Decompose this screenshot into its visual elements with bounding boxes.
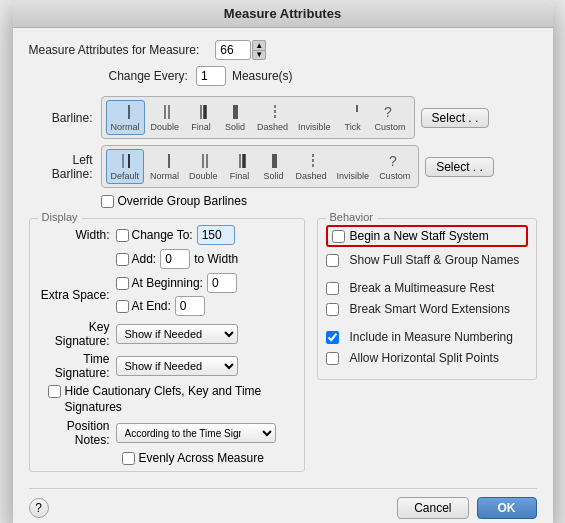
time-sig-select[interactable]: Show if Needed Always Show Never Show: [116, 356, 238, 376]
cancel-button[interactable]: Cancel: [397, 497, 468, 519]
evenly-label[interactable]: Evenly Across Measure: [139, 451, 264, 465]
extra-space-label: Extra Space:: [38, 288, 116, 302]
measures-suffix: Measure(s): [232, 69, 293, 83]
override-label[interactable]: Override Group Barlines: [118, 194, 247, 208]
pos-notes-label: Position Notes:: [38, 419, 116, 447]
evenly-checkbox[interactable]: [122, 452, 135, 465]
at-beginning-label[interactable]: At Beginning:: [132, 276, 203, 290]
break-multimeasure-item: Break a Multimeasure Rest: [326, 281, 528, 297]
at-end-checkbox[interactable]: [116, 300, 129, 313]
svg-rect-16: [272, 154, 277, 168]
break-smart-word-label[interactable]: Break Smart Word Extensions: [350, 302, 511, 318]
left-barline-final[interactable]: Final: [224, 150, 256, 183]
barline-dashed[interactable]: Dashed: [253, 101, 292, 134]
hide-cautionary-checkbox[interactable]: [48, 385, 61, 398]
at-end-label[interactable]: At End:: [132, 299, 171, 313]
at-beginning-input[interactable]: [207, 273, 237, 293]
barline-double[interactable]: Double: [147, 101, 184, 134]
left-barline-invisible[interactable]: Invisible: [333, 150, 374, 183]
allow-horizontal-item: Allow Horizontal Split Points: [326, 351, 528, 367]
begin-staff-checkbox[interactable]: [332, 230, 345, 243]
change-to-input[interactable]: [197, 225, 235, 245]
left-barline-custom[interactable]: ? Custom: [375, 150, 414, 183]
change-every-label: Change Every:: [109, 69, 188, 83]
include-in-measure-label[interactable]: Include in Measure Numbering: [350, 330, 513, 346]
at-beginning-checkbox[interactable]: [116, 277, 129, 290]
left-barline-solid[interactable]: Solid: [258, 150, 290, 183]
left-barline-default[interactable]: Default: [106, 149, 145, 184]
behavior-section: Behavior Begin a New Staff System Show F…: [317, 218, 537, 380]
add-input[interactable]: [160, 249, 190, 269]
break-smart-word-checkbox[interactable]: [326, 303, 339, 316]
at-end-input[interactable]: [175, 296, 205, 316]
barline-final[interactable]: Final: [185, 101, 217, 134]
svg-rect-5: [233, 105, 238, 119]
barline-selector: Normal Double Final Solid: [101, 96, 415, 139]
behavior-label: Behavior: [326, 211, 377, 223]
add-checkbox[interactable]: [116, 253, 129, 266]
key-sig-select[interactable]: Show if Needed Always Show Never Show: [116, 324, 238, 344]
break-multimeasure-checkbox[interactable]: [326, 282, 339, 295]
to-width-label: to Width: [194, 252, 238, 266]
change-every-input[interactable]: [196, 66, 226, 86]
begin-staff-box: Begin a New Staff System: [326, 225, 528, 247]
barline-select-button[interactable]: Select . .: [421, 108, 490, 128]
time-sig-label: Time Signature:: [38, 352, 116, 380]
left-barline-selector: Default Normal Double Final: [101, 145, 420, 188]
left-barline-label: Left Barline:: [29, 153, 101, 181]
left-barline-dashed[interactable]: Dashed: [292, 150, 331, 183]
display-section: Display Width: Change To: Add: to Width: [29, 218, 305, 472]
barline-invisible[interactable]: Invisible: [294, 101, 335, 134]
show-full-staff-checkbox[interactable]: [326, 254, 339, 267]
width-label: Width:: [38, 228, 116, 242]
key-sig-label: Key Signature:: [38, 320, 116, 348]
allow-horizontal-checkbox[interactable]: [326, 352, 339, 365]
dialog-title: Measure Attributes: [13, 0, 553, 28]
svg-text:?: ?: [384, 104, 392, 120]
measure-number-up[interactable]: ▲: [252, 40, 266, 50]
change-to-checkbox[interactable]: [116, 229, 129, 242]
show-full-staff-item: Show Full Staff & Group Names: [326, 253, 528, 269]
show-full-staff-label[interactable]: Show Full Staff & Group Names: [350, 253, 520, 269]
break-multimeasure-label[interactable]: Break a Multimeasure Rest: [350, 281, 495, 297]
allow-horizontal-label[interactable]: Allow Horizontal Split Points: [350, 351, 499, 367]
left-barline-double[interactable]: Double: [185, 150, 222, 183]
include-in-measure-checkbox[interactable]: [326, 331, 339, 344]
display-label: Display: [38, 211, 82, 223]
measure-attributes-dialog: Measure Attributes Measure Attributes fo…: [13, 0, 553, 523]
help-button[interactable]: ?: [29, 498, 49, 518]
pos-notes-select[interactable]: According to the Time Signature Evenly A…: [116, 423, 276, 443]
bottom-bar: ? Cancel OK: [29, 488, 537, 519]
override-checkbox[interactable]: [101, 195, 114, 208]
barline-tick[interactable]: Tick: [337, 101, 369, 134]
ok-button[interactable]: OK: [477, 497, 537, 519]
barline-solid[interactable]: Solid: [219, 101, 251, 134]
measure-for-label: Measure Attributes for Measure:: [29, 43, 200, 57]
begin-staff-label[interactable]: Begin a New Staff System: [350, 229, 489, 243]
hide-cautionary-label[interactable]: Hide Cautionary Clefs, Key and Time Sign…: [65, 384, 296, 415]
left-barline-select-button[interactable]: Select . .: [425, 157, 494, 177]
barline-custom[interactable]: ? Custom: [371, 101, 410, 134]
left-barline-normal[interactable]: Normal: [146, 150, 183, 183]
barline-label: Barline:: [29, 111, 101, 125]
measure-number-input[interactable]: [215, 40, 251, 60]
change-to-label[interactable]: Change To:: [132, 228, 193, 242]
barline-normal[interactable]: Normal: [106, 100, 145, 135]
add-label[interactable]: Add:: [132, 252, 157, 266]
break-smart-word-item: Break Smart Word Extensions: [326, 302, 528, 318]
svg-text:?: ?: [389, 153, 397, 169]
measure-number-down[interactable]: ▼: [252, 50, 266, 60]
include-in-measure-item: Include in Measure Numbering: [326, 330, 528, 346]
